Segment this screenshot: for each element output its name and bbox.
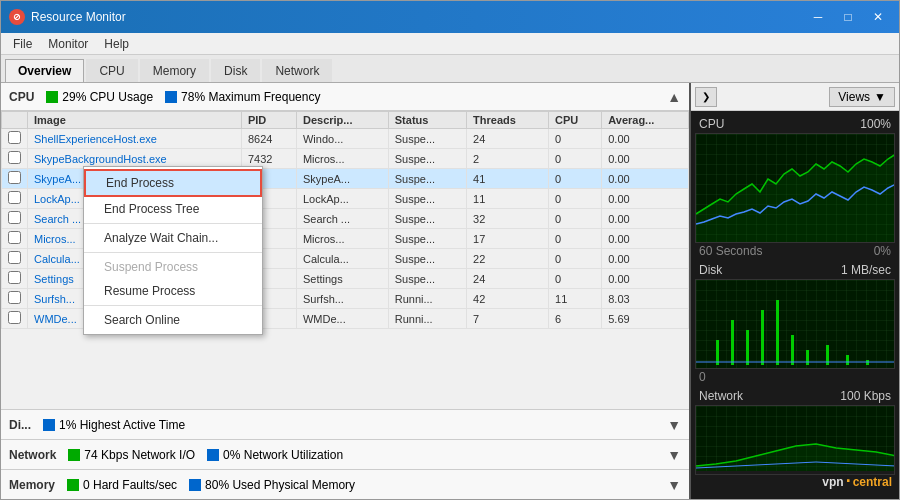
tab-memory[interactable]: Memory <box>140 59 209 82</box>
row-average: 5.69 <box>602 309 689 329</box>
th-threads[interactable]: Threads <box>467 112 549 129</box>
row-status: Suspe... <box>388 229 466 249</box>
cpu-freq-label: 78% Maximum Frequency <box>181 90 320 104</box>
disk-graph-canvas <box>695 279 895 369</box>
row-image: ShellExperienceHost.exe <box>28 129 242 149</box>
disk-graph-label: Disk 1 MB/sec <box>695 261 895 279</box>
graph-toolbar: ❯ Views ▼ <box>691 83 899 111</box>
row-threads: 2 <box>467 149 549 169</box>
th-cpu[interactable]: CPU <box>549 112 602 129</box>
cpu-stat2: 78% Maximum Frequency <box>165 90 320 104</box>
svg-rect-8 <box>776 300 779 365</box>
row-cpu: 0 <box>549 209 602 229</box>
memory-section-header[interactable]: Memory 0 Hard Faults/sec 80% Used Physic… <box>1 469 689 499</box>
row-threads: 32 <box>467 209 549 229</box>
row-checkbox[interactable] <box>8 171 21 184</box>
disk-graph-footer: 0 <box>695 369 895 385</box>
svg-rect-10 <box>806 350 809 365</box>
network-graph-canvas <box>695 405 895 475</box>
row-status: Suspe... <box>388 129 466 149</box>
row-checkbox[interactable] <box>8 311 21 324</box>
context-menu-item-search-online[interactable]: Search Online <box>84 308 262 332</box>
row-checkbox-cell <box>2 129 28 149</box>
context-menu-item-end-process[interactable]: End Process <box>84 169 262 197</box>
th-image[interactable]: Image <box>28 112 242 129</box>
row-status: Suspe... <box>388 209 466 229</box>
memory-chevron[interactable]: ▼ <box>667 477 681 493</box>
graph-nav-button[interactable]: ❯ <box>695 87 717 107</box>
row-pid: 8624 <box>241 129 296 149</box>
row-checkbox[interactable] <box>8 231 21 244</box>
row-checkbox[interactable] <box>8 151 21 164</box>
tab-cpu[interactable]: CPU <box>86 59 137 82</box>
row-description: Calcula... <box>296 249 388 269</box>
disk-chevron[interactable]: ▼ <box>667 417 681 433</box>
context-menu-item-resume-process[interactable]: Resume Process <box>84 279 262 303</box>
tab-overview[interactable]: Overview <box>5 59 84 82</box>
row-checkbox-cell <box>2 149 28 169</box>
memory-used-label: 80% Used Physical Memory <box>205 478 355 492</box>
table-row[interactable]: ShellExperienceHost.exe 8624 Windo... Su… <box>2 129 689 149</box>
row-description: Micros... <box>296 149 388 169</box>
row-average: 0.00 <box>602 149 689 169</box>
row-checkbox[interactable] <box>8 131 21 144</box>
disk-section-title: Di... <box>9 418 31 432</box>
views-chevron-icon: ▼ <box>874 90 886 104</box>
process-table-container: Image PID Descrip... Status Threads CPU … <box>1 111 689 409</box>
views-button[interactable]: Views ▼ <box>829 87 895 107</box>
tab-network[interactable]: Network <box>262 59 332 82</box>
network-section-header[interactable]: Network 74 Kbps Network I/O 0% Network U… <box>1 439 689 469</box>
network-chevron[interactable]: ▼ <box>667 447 681 463</box>
menu-file[interactable]: File <box>5 35 40 53</box>
context-menu-item-analyze-wait-chain[interactable]: Analyze Wait Chain... <box>84 226 262 250</box>
maximize-button[interactable]: □ <box>835 7 861 27</box>
row-checkbox[interactable] <box>8 251 21 264</box>
memory-faults-indicator <box>67 479 79 491</box>
row-threads: 24 <box>467 269 549 289</box>
close-button[interactable]: ✕ <box>865 7 891 27</box>
row-average: 0.00 <box>602 189 689 209</box>
svg-rect-6 <box>746 330 749 365</box>
network-util-indicator <box>207 449 219 461</box>
cpu-usage-label: 29% CPU Usage <box>62 90 153 104</box>
row-checkbox-cell <box>2 289 28 309</box>
minimize-button[interactable]: ─ <box>805 7 831 27</box>
cpu-chevron[interactable]: ▲ <box>667 89 681 105</box>
context-menu-item-end-process-tree[interactable]: End Process Tree <box>84 197 262 221</box>
row-cpu: 0 <box>549 229 602 249</box>
tab-disk[interactable]: Disk <box>211 59 260 82</box>
row-checkbox-cell <box>2 189 28 209</box>
row-threads: 24 <box>467 129 549 149</box>
row-checkbox[interactable] <box>8 271 21 284</box>
row-checkbox[interactable] <box>8 211 21 224</box>
row-checkbox[interactable] <box>8 291 21 304</box>
row-status: Suspe... <box>388 189 466 209</box>
left-panel: CPU 29% CPU Usage 78% Maximum Frequency … <box>1 83 689 499</box>
vpn-dot: · <box>846 471 851 492</box>
menu-help[interactable]: Help <box>96 35 137 53</box>
title-bar: ⊘ Resource Monitor ─ □ ✕ <box>1 1 899 33</box>
row-description: WMDe... <box>296 309 388 329</box>
row-cpu: 6 <box>549 309 602 329</box>
disk-section-header[interactable]: Di... 1% Highest Active Time ▼ <box>1 409 689 439</box>
central-text: central <box>853 475 892 489</box>
memory-stat1: 0 Hard Faults/sec <box>67 478 177 492</box>
cpu-graph-label: CPU 100% <box>695 115 895 133</box>
network-stat1: 74 Kbps Network I/O <box>68 448 195 462</box>
menu-monitor[interactable]: Monitor <box>40 35 96 53</box>
svg-rect-12 <box>846 355 849 365</box>
disk-stat: 1% Highest Active Time <box>43 418 185 432</box>
th-pid[interactable]: PID <box>241 112 296 129</box>
row-average: 0.00 <box>602 209 689 229</box>
th-average[interactable]: Averag... <box>602 112 689 129</box>
th-description[interactable]: Descrip... <box>296 112 388 129</box>
cpu-section-header[interactable]: CPU 29% CPU Usage 78% Maximum Frequency … <box>1 83 689 111</box>
th-status[interactable]: Status <box>388 112 466 129</box>
network-section-title: Network <box>9 448 56 462</box>
row-checkbox[interactable] <box>8 191 21 204</box>
network-util-label: 0% Network Utilization <box>223 448 343 462</box>
memory-used-indicator <box>189 479 201 491</box>
row-description: Settings <box>296 269 388 289</box>
row-description: Surfsh... <box>296 289 388 309</box>
memory-faults-label: 0 Hard Faults/sec <box>83 478 177 492</box>
